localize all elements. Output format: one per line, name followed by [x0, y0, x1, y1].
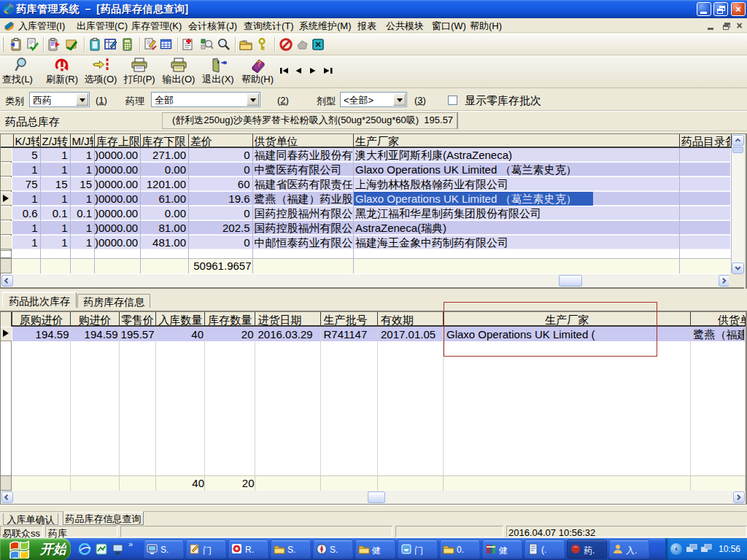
svg-text:?: ?: [257, 60, 261, 68]
